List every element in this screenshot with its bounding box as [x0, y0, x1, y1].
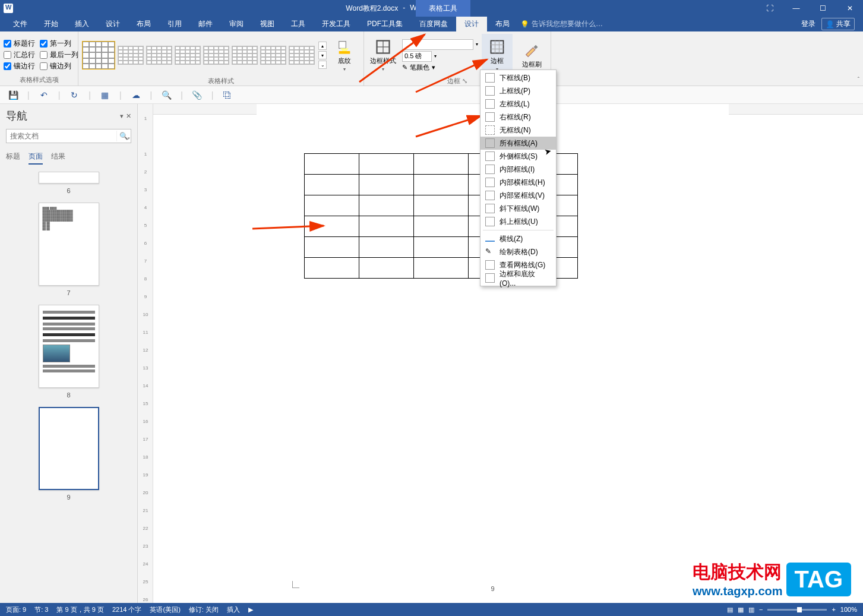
tab-insert[interactable]: 插入 — [67, 17, 97, 31]
nav-tab-headings[interactable]: 标题 — [6, 151, 20, 165]
zoom-out-button[interactable]: − — [759, 606, 763, 613]
nav-title: 导航 — [6, 109, 27, 123]
borders-dropdown-menu: 下框线(B) 上框线(P) 左框线(L) 右框线(R) 无框线(N) 所有框线(… — [480, 70, 557, 286]
menu-border-bottom[interactable]: 下框线(B) — [481, 71, 556, 84]
status-insert-mode[interactable]: 插入 — [227, 605, 240, 614]
vertical-ruler[interactable]: 1123456789101112131415161718192021222324… — [138, 104, 153, 603]
minimize-button[interactable]: — — [783, 0, 810, 17]
table-style-item[interactable] — [118, 46, 144, 65]
status-language[interactable]: 英语(美国) — [150, 605, 180, 614]
gallery-down-button[interactable]: ▾ — [318, 51, 327, 59]
status-page[interactable]: 页面: 9 — [6, 605, 26, 614]
table-style-item[interactable] — [260, 46, 286, 65]
svg-line-10 — [416, 59, 487, 92]
tab-developer[interactable]: 开发工具 — [314, 17, 359, 31]
status-word-count[interactable]: 2214 个字 — [112, 605, 142, 614]
status-macro-icon[interactable]: ▶ — [248, 606, 253, 614]
view-print-layout-button[interactable]: ▦ — [738, 606, 744, 614]
watermark: 电脑技术网 www.tagxp.com TAG — [693, 560, 851, 598]
nav-search-input[interactable] — [7, 132, 116, 140]
collapse-ribbon-button[interactable]: ˆ — [858, 77, 859, 83]
menu-draw-table[interactable]: ✎绘制表格(D) — [481, 245, 556, 258]
tab-view[interactable]: 视图 — [252, 17, 283, 31]
qat-redo-button[interactable]: ↻ — [68, 90, 80, 100]
menu-border-top[interactable]: 上框线(P) — [481, 84, 556, 97]
gallery-up-button[interactable]: ▴ — [318, 42, 327, 50]
menu-border-left[interactable]: 左框线(L) — [481, 97, 556, 110]
page-thumbnail[interactable] — [39, 305, 99, 388]
table-style-item[interactable] — [289, 46, 315, 65]
menu-border-inside-h[interactable]: 内部横框线(H) — [481, 176, 556, 189]
table-style-current[interactable] — [82, 41, 115, 70]
page-margin-marker — [292, 581, 299, 588]
menu-borders-dialog[interactable]: 边框和底纹(O)... — [481, 271, 556, 285]
zoom-level[interactable]: 100% — [840, 606, 857, 613]
tab-mailings[interactable]: 邮件 — [190, 17, 221, 31]
tab-review[interactable]: 审阅 — [221, 17, 252, 31]
nav-search-button[interactable]: 🔍 — [116, 131, 131, 141]
table-style-item[interactable] — [203, 46, 229, 65]
tab-home[interactable]: 开始 — [36, 17, 67, 31]
page-thumbnail-current[interactable] — [39, 407, 99, 490]
ribbon-display-options-button[interactable]: ⛶ — [756, 0, 783, 17]
qat-button[interactable]: 📎 — [191, 90, 203, 100]
svg-line-11 — [416, 116, 481, 137]
nav-close-button[interactable]: ✕ — [126, 112, 131, 120]
menu-hline[interactable]: 横线(Z) — [481, 232, 556, 245]
tab-tools[interactable]: 工具 — [283, 17, 314, 31]
menu-border-diag-up[interactable]: 斜上框线(U) — [481, 215, 556, 228]
tab-table-layout[interactable]: 布局 — [487, 17, 518, 31]
tab-table-design[interactable]: 设计 — [456, 17, 487, 31]
opt-header-row[interactable]: 标题行 — [4, 39, 35, 49]
qat-button[interactable]: ☁ — [130, 90, 142, 100]
login-link[interactable]: 登录 — [801, 19, 815, 29]
nav-tab-results[interactable]: 结果 — [51, 151, 65, 165]
status-section[interactable]: 节: 3 — [34, 605, 48, 614]
table-style-item[interactable] — [232, 46, 258, 65]
menu-border-inside-v[interactable]: 内部竖框线(V) — [481, 189, 556, 202]
qat-button[interactable]: ⿻ — [222, 90, 233, 100]
zoom-in-button[interactable]: + — [832, 606, 835, 613]
opt-first-col[interactable]: 第一列 — [40, 39, 78, 49]
menu-border-right[interactable]: 右框线(R) — [481, 110, 556, 124]
qat-button[interactable]: ▦ — [99, 90, 111, 100]
tab-pdf[interactable]: PDF工具集 — [359, 17, 411, 31]
opt-banded-row[interactable]: 镶边行 — [4, 61, 35, 71]
opt-total-row[interactable]: 汇总行 — [4, 50, 35, 60]
table-style-item[interactable] — [175, 46, 201, 65]
view-web-layout-button[interactable]: ▥ — [748, 606, 754, 614]
shading-button[interactable]: 底纹 — [329, 34, 360, 77]
svg-line-12 — [252, 226, 324, 229]
nav-pin-button[interactable]: ▾ — [120, 112, 124, 120]
group-label-options: 表格样式选项 — [4, 75, 74, 84]
page-thumbnail[interactable]: ████ ███████████████████████████████████… — [39, 203, 99, 286]
menu-border-diag-down[interactable]: 斜下框线(W) — [481, 202, 556, 215]
menu-border-none[interactable]: 无框线(N) — [481, 124, 556, 137]
tab-layout[interactable]: 布局 — [128, 17, 159, 31]
zoom-slider[interactable] — [767, 609, 827, 611]
nav-tab-pages[interactable]: 页面 — [29, 151, 43, 165]
table-style-item[interactable] — [146, 46, 172, 65]
thumb-label: 7 — [67, 289, 70, 296]
tab-references[interactable]: 引用 — [159, 17, 190, 31]
tab-file[interactable]: 文件 — [5, 17, 36, 31]
navigation-pane: 导航 ▾ ✕ 🔍 标题 页面 结果 6 ████ ███████████████… — [0, 104, 138, 603]
maximize-button[interactable]: ☐ — [810, 0, 836, 17]
status-page-of[interactable]: 第 9 页，共 9 页 — [56, 605, 103, 614]
gallery-more-button[interactable]: ⌄ — [318, 61, 327, 69]
tell-me-search[interactable]: 💡 告诉我您想要做什么… — [520, 17, 603, 31]
share-button[interactable]: 👤 共享 — [821, 18, 855, 30]
tab-baidu[interactable]: 百度网盘 — [411, 17, 456, 31]
table-styles-gallery[interactable]: ▴ ▾ ⌄ 底纹 — [82, 34, 360, 77]
opt-last-col[interactable]: 最后一列 — [40, 50, 78, 60]
status-track-changes[interactable]: 修订: 关闭 — [189, 605, 219, 614]
tab-design[interactable]: 设计 — [97, 17, 128, 31]
view-read-mode-button[interactable]: ▤ — [727, 606, 733, 614]
qat-save-button[interactable]: 💾 — [7, 90, 19, 100]
opt-banded-col[interactable]: 镶边列 — [40, 61, 78, 71]
page-thumbnail[interactable] — [39, 172, 99, 184]
qat-undo-button[interactable]: ↶ — [38, 90, 50, 100]
menu-border-inside[interactable]: 内部框线(I) — [481, 163, 556, 176]
close-button[interactable]: ✕ — [836, 0, 863, 17]
qat-button[interactable]: 🔍 — [160, 90, 172, 100]
